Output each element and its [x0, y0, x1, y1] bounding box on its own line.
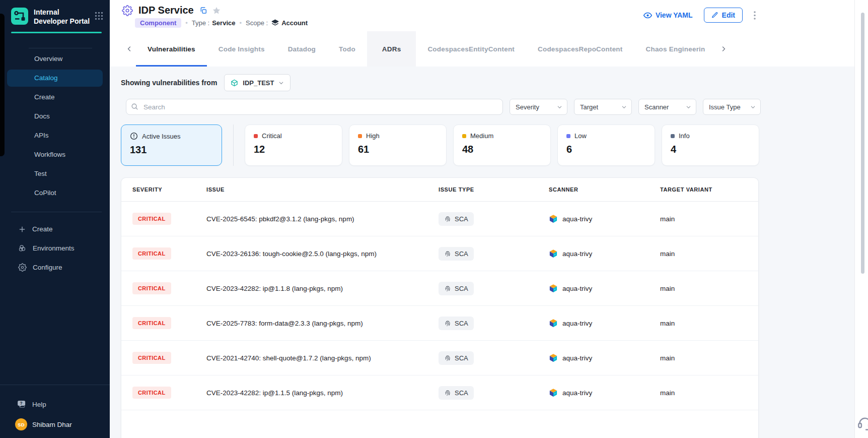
severity-dot	[566, 134, 570, 138]
issue-type-cell: SCA	[439, 317, 549, 330]
sidebar-item-overview[interactable]: Overview	[7, 50, 103, 68]
scanner-name: aqua-trivy	[562, 250, 592, 258]
tab-chaos-engineerin[interactable]: Chaos Engineerin	[634, 31, 717, 67]
scanner-cell: aqua-trivy	[549, 284, 660, 293]
sidebar-action-create[interactable]: Create	[0, 220, 110, 239]
gear-icon	[18, 263, 27, 272]
tab-bar: VulnerabilitiesCode InsightsDatadogTodoA…	[110, 31, 854, 67]
card-value: 4	[671, 144, 750, 155]
help-button[interactable]: ? Help	[17, 395, 110, 414]
tab-todo[interactable]: Todo	[327, 31, 367, 67]
edit-button[interactable]: Edit	[704, 8, 743, 23]
help-label: Help	[32, 401, 46, 408]
scanner-name: aqua-trivy	[562, 354, 592, 362]
vulnerabilities-panel: Showing vulnerabilities from IDP_TEST Se…	[110, 67, 854, 438]
summary-card-high[interactable]: High61	[349, 124, 447, 166]
table-row[interactable]: CRITICALCVE-2023-42282: ip@1.1.8 (lang-p…	[121, 271, 758, 306]
scanner-cell: aqua-trivy	[549, 388, 660, 397]
filter-scanner[interactable]: Scanner	[638, 99, 696, 115]
issue-text: CVE-2023-42282: ip@1.1.8 (lang-pkgs, npm…	[206, 285, 439, 292]
tab-vulnerabilities[interactable]: Vulnerabilities	[136, 31, 207, 67]
sidebar-item-docs[interactable]: Docs	[7, 108, 103, 125]
severity-cell: CRITICAL	[132, 213, 206, 225]
sidebar-item-copilot[interactable]: CoPilot	[7, 184, 103, 202]
tab-codespacesentitycontent[interactable]: CodespacesEntityContent	[416, 31, 526, 67]
support-headset-icon[interactable]	[856, 414, 868, 431]
card-label: Active Issues	[142, 133, 181, 140]
issue-type-chip: SCA	[439, 351, 474, 365]
issue-type-chip: SCA	[439, 212, 474, 226]
title-row: IDP Service	[122, 5, 221, 16]
sidebar-item-catalog[interactable]: Catalog	[7, 70, 103, 87]
view-yaml-button[interactable]: View YAML	[643, 11, 693, 20]
scanner-cell: aqua-trivy	[549, 249, 660, 258]
filter-issue-type[interactable]: Issue Type	[703, 99, 761, 115]
sidebar-action-environments[interactable]: Environments	[0, 239, 110, 258]
table-row[interactable]: CRITICALCVE-2023-26136: tough-cookie@2.5…	[121, 236, 758, 271]
user-menu[interactable]: SD Shibam Dhar	[15, 417, 110, 432]
severity-cell: CRITICAL	[132, 352, 206, 364]
more-options-icon[interactable]	[754, 11, 756, 20]
service-gear-icon	[122, 5, 133, 16]
apps-grid-icon[interactable]	[94, 11, 104, 21]
issue-type-label: SCA	[455, 285, 468, 292]
scanner-cell: aqua-trivy	[549, 214, 660, 223]
sidebar-action-configure[interactable]: Configure	[0, 258, 110, 277]
trivy-icon	[549, 284, 558, 293]
fingerprint-icon	[444, 354, 451, 361]
copy-icon[interactable]	[199, 7, 207, 15]
card-value: 61	[358, 144, 438, 155]
tab-datadog[interactable]: Datadog	[276, 31, 327, 67]
environments-icon	[18, 244, 27, 253]
svg-text:?: ?	[20, 401, 22, 406]
search-input[interactable]	[126, 99, 503, 115]
target-variant: main	[660, 389, 758, 397]
vertical-scrollbar[interactable]	[861, 13, 864, 274]
tabs-scroll-right-icon[interactable]	[717, 31, 730, 67]
severity-badge: CRITICAL	[132, 352, 171, 364]
footer-divider	[0, 385, 110, 385]
table-row[interactable]: CRITICALCVE-2021-42740: shell-quote@1.7.…	[121, 341, 758, 376]
issue-type-label: SCA	[455, 250, 468, 258]
sidebar-item-test[interactable]: Test	[7, 165, 103, 182]
filter-severity[interactable]: Severity	[510, 99, 567, 115]
issue-text: CVE-2025-7783: form-data@2.3.3 (lang-pkg…	[206, 320, 439, 327]
meta-separator	[239, 19, 242, 27]
severity-dot	[254, 134, 258, 138]
fingerprint-icon	[444, 320, 451, 327]
favorite-star-icon[interactable]	[212, 6, 221, 15]
sidebar-item-workflows[interactable]: Workflows	[7, 146, 103, 163]
project-selector[interactable]: IDP_TEST	[224, 74, 291, 91]
tab-code-insights[interactable]: Code Insights	[207, 31, 276, 67]
type-value: Service	[212, 19, 235, 27]
summary-card-medium[interactable]: Medium48	[453, 124, 551, 166]
portal-logo-icon[interactable]	[11, 8, 28, 25]
chevron-down-icon	[621, 104, 627, 110]
summary-card-active-issues[interactable]: Active Issues131	[121, 124, 222, 166]
column-header-issue: ISSUE	[206, 186, 439, 193]
summary-card-info[interactable]: Info4	[662, 124, 759, 166]
filter-row: SeverityTargetScannerIssue Type	[126, 99, 761, 115]
vulnerability-table: SEVERITYISSUEISSUE TYPESCANNERTARGET VAR…	[121, 177, 759, 438]
table-row[interactable]: CRITICALCVE-2025-7783: form-data@2.3.3 (…	[121, 306, 758, 341]
tabs-scroll-left-icon[interactable]	[123, 31, 136, 67]
summary-card-critical[interactable]: Critical12	[245, 124, 342, 166]
summary-card-low[interactable]: Low6	[557, 124, 655, 166]
issue-type-chip: SCA	[439, 247, 474, 261]
table-row[interactable]: CRITICALCVE-2025-6545: pbkdf2@3.1.2 (lan…	[121, 202, 758, 236]
issue-type-label: SCA	[455, 215, 468, 223]
showing-label: Showing vulnerabilities from	[121, 79, 217, 87]
severity-cell: CRITICAL	[132, 317, 206, 329]
filter-target[interactable]: Target	[574, 99, 632, 115]
chevron-down-icon	[686, 104, 691, 110]
nav-divider	[29, 48, 92, 48]
sidebar-item-apis[interactable]: APIs	[7, 127, 103, 144]
table-row[interactable]: CRITICALCVE-2023-42282: ip@1.1.5 (lang-p…	[121, 376, 758, 410]
issue-text: CVE-2025-6545: pbkdf2@3.1.2 (lang-pkgs, …	[206, 215, 439, 223]
sidebar-item-create[interactable]: Create	[7, 89, 103, 106]
tab-adrs[interactable]: ADRs	[367, 31, 416, 67]
tab-codespacesrepocontent[interactable]: CodespacesRepoContent	[526, 31, 634, 67]
chevron-down-icon	[557, 104, 562, 110]
filter-label: Issue Type	[709, 103, 741, 111]
scope-label: Scope :	[246, 19, 268, 27]
